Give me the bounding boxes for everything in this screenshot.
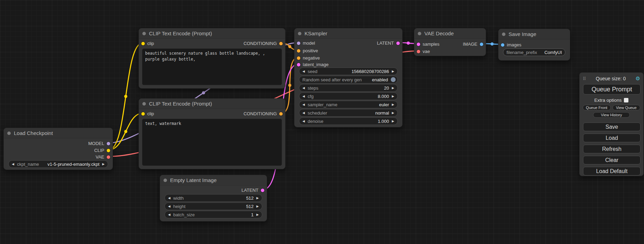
input-slot-clip: clip xyxy=(141,40,154,46)
next-arrow-icon[interactable]: ▶ xyxy=(392,70,394,73)
next-arrow-icon[interactable]: ▶ xyxy=(102,163,105,166)
node-header[interactable]: CLIP Text Encode (Prompt) xyxy=(139,99,285,109)
clip-input-dot-icon[interactable] xyxy=(141,42,145,45)
queue-panel: ⠿ Queue size: 0 ⚙ Queue Prompt Extra opt… xyxy=(579,72,644,176)
prev-arrow-icon[interactable]: ◀ xyxy=(168,197,170,200)
clip-output-dot-icon[interactable] xyxy=(107,149,110,152)
view-queue-button[interactable]: View Queue xyxy=(612,105,641,110)
next-arrow-icon[interactable]: ▶ xyxy=(392,103,394,106)
slot-label: CONDITIONING xyxy=(244,41,277,46)
next-arrow-icon[interactable]: ▶ xyxy=(256,213,259,216)
collapse-dot-icon[interactable] xyxy=(142,32,146,35)
latent-output-dot-icon[interactable] xyxy=(261,189,264,192)
slot-label: LATENT xyxy=(241,188,258,193)
widget-seed[interactable]: ◀ seed 156680208700286 ▶ xyxy=(299,67,398,75)
collapse-dot-icon[interactable] xyxy=(502,33,505,36)
conditioning-output-dot-icon[interactable] xyxy=(279,112,283,116)
widget-ckpt-name[interactable]: ◀ ckpt_name v1-5-pruned-emaonly.ckpt ▶ xyxy=(8,160,108,168)
node-canvas[interactable]: Load Checkpoint MODEL CLIP VAE ◀ ckpt_na… xyxy=(0,0,644,244)
prev-arrow-icon[interactable]: ◀ xyxy=(168,205,170,208)
link-midpoint-dot-latent-out xyxy=(407,42,410,45)
node-empty-latent-image[interactable]: Empty Latent Image LATENT ◀ width 512 ▶ … xyxy=(160,175,267,222)
output-slot-conditioning: CONDITIONING xyxy=(244,40,283,46)
prev-arrow-icon[interactable]: ◀ xyxy=(168,213,170,216)
conditioning-input-dot-icon[interactable] xyxy=(297,49,300,53)
prev-arrow-icon[interactable]: ◀ xyxy=(12,163,14,166)
node-clip-text-encode-negative[interactable]: CLIP Text Encode (Prompt) clip CONDITION… xyxy=(139,98,285,169)
clear-button[interactable]: Clear xyxy=(583,156,641,164)
node-header[interactable]: CLIP Text Encode (Prompt) xyxy=(139,28,285,39)
output-slot-image: IMAGE xyxy=(463,41,483,47)
next-arrow-icon[interactable]: ▶ xyxy=(256,205,259,208)
prev-arrow-icon[interactable]: ◀ xyxy=(302,70,305,73)
widget-denoise[interactable]: ◀ denoise 1.000 ▶ xyxy=(299,117,398,125)
load-button[interactable]: Load xyxy=(583,134,641,142)
prompt-textarea[interactable]: text, watermark xyxy=(142,119,282,166)
widget-batch-size[interactable]: ◀ batch_size 1 ▶ xyxy=(165,211,262,218)
node-header[interactable]: KSampler xyxy=(294,28,402,39)
refresh-button[interactable]: Refresh xyxy=(583,145,641,153)
image-output-dot-icon[interactable] xyxy=(480,43,483,46)
vae-input-dot-icon[interactable] xyxy=(417,50,420,53)
drag-handle-icon[interactable]: ⠿ xyxy=(583,76,586,81)
extra-options-checkbox[interactable] xyxy=(624,98,628,102)
prev-arrow-icon[interactable]: ◀ xyxy=(302,87,305,90)
collapse-dot-icon[interactable] xyxy=(298,32,301,35)
queue-prompt-button[interactable]: Queue Prompt xyxy=(583,84,641,94)
node-ksampler[interactable]: KSampler model LATENT positive negative … xyxy=(294,28,403,127)
vae-output-dot-icon[interactable] xyxy=(107,155,110,159)
widget-sampler-name[interactable]: ◀ sampler_name euler ▶ xyxy=(299,101,398,108)
conditioning-input-dot-icon[interactable] xyxy=(297,56,300,60)
widget-height[interactable]: ◀ height 512 ▶ xyxy=(165,202,262,210)
output-slot-latent: LATENT xyxy=(377,40,400,46)
widget-name: cfg xyxy=(308,94,314,99)
collapse-dot-icon[interactable] xyxy=(418,32,421,35)
node-header[interactable]: VAE Decode xyxy=(414,28,486,39)
output-slot-clip: CLIP xyxy=(94,147,110,153)
node-clip-text-encode-positive[interactable]: CLIP Text Encode (Prompt) clip CONDITION… xyxy=(139,28,285,89)
next-arrow-icon[interactable]: ▶ xyxy=(392,87,394,90)
node-header[interactable]: Empty Latent Image xyxy=(160,175,267,186)
conditioning-output-dot-icon[interactable] xyxy=(279,42,283,45)
view-history-button[interactable]: View History xyxy=(593,112,630,118)
node-save-image[interactable]: Save Image images filename_prefix ComfyU… xyxy=(498,29,570,61)
next-arrow-icon[interactable]: ▶ xyxy=(392,120,394,123)
node-header[interactable]: Save Image xyxy=(499,29,570,39)
collapse-dot-icon[interactable] xyxy=(7,132,11,135)
node-load-checkpoint[interactable]: Load Checkpoint MODEL CLIP VAE ◀ ckpt_na… xyxy=(3,128,113,170)
prev-arrow-icon[interactable]: ◀ xyxy=(302,111,305,115)
latent-input-dot-icon[interactable] xyxy=(297,63,300,66)
next-arrow-icon[interactable]: ▶ xyxy=(256,197,259,200)
node-title: Load Checkpoint xyxy=(14,130,53,136)
widget-width[interactable]: ◀ width 512 ▶ xyxy=(165,194,262,202)
prev-arrow-icon[interactable]: ◀ xyxy=(302,95,305,98)
collapse-dot-icon[interactable] xyxy=(142,102,146,106)
image-input-dot-icon[interactable] xyxy=(501,43,504,47)
collapse-dot-icon[interactable] xyxy=(164,179,167,182)
clip-input-dot-icon[interactable] xyxy=(141,112,145,116)
widget-random-seed-toggle[interactable]: Random seed after every gen enabled xyxy=(299,76,398,83)
widget-scheduler[interactable]: ◀ scheduler normal ▶ xyxy=(299,109,398,117)
input-slot-model: model xyxy=(297,40,315,46)
latent-output-dot-icon[interactable] xyxy=(396,42,400,45)
latent-input-dot-icon[interactable] xyxy=(417,43,420,46)
model-input-dot-icon[interactable] xyxy=(297,42,300,45)
widget-cfg[interactable]: ◀ cfg 8.000 ▶ xyxy=(299,92,398,100)
node-header[interactable]: Load Checkpoint xyxy=(4,128,113,138)
queue-front-button[interactable]: Queue Front xyxy=(583,105,611,110)
widget-steps[interactable]: ◀ steps 20 ▶ xyxy=(299,84,398,92)
save-button[interactable]: Save xyxy=(583,123,641,131)
model-output-dot-icon[interactable] xyxy=(107,142,110,145)
node-vae-decode[interactable]: VAE Decode samples IMAGE vae xyxy=(414,28,486,56)
prev-arrow-icon[interactable]: ◀ xyxy=(302,120,305,123)
widget-filename-prefix[interactable]: filename_prefix ComfyUI xyxy=(503,48,565,56)
next-arrow-icon[interactable]: ▶ xyxy=(392,111,394,115)
toggle-knob-icon[interactable] xyxy=(391,77,396,82)
load-default-button[interactable]: Load Default xyxy=(583,167,641,175)
widget-value: 512 xyxy=(246,204,254,209)
prev-arrow-icon[interactable]: ◀ xyxy=(302,103,305,106)
output-slot-latent: LATENT xyxy=(241,187,264,193)
next-arrow-icon[interactable]: ▶ xyxy=(392,95,394,98)
settings-gear-icon[interactable]: ⚙ xyxy=(636,75,640,82)
prompt-textarea[interactable]: beautiful scenery nature glass bottle la… xyxy=(142,48,282,85)
